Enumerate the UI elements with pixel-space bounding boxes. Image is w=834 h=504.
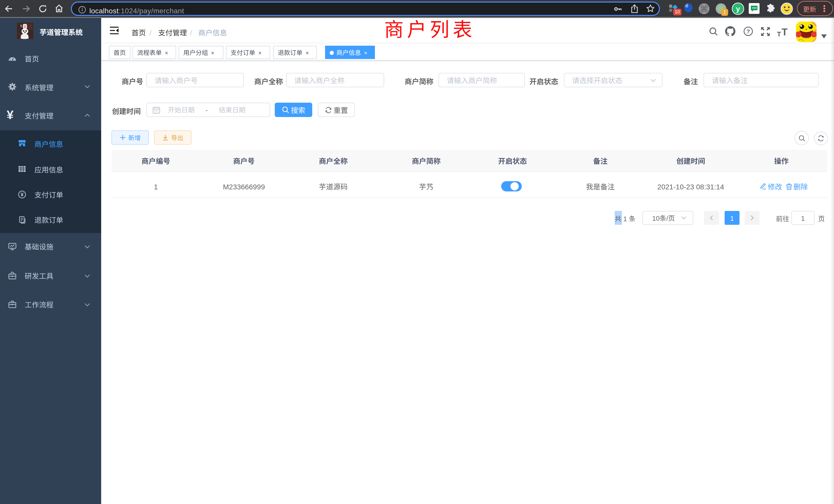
svg-text:?: ? [746,28,750,35]
svg-text:y: y [736,5,740,13]
